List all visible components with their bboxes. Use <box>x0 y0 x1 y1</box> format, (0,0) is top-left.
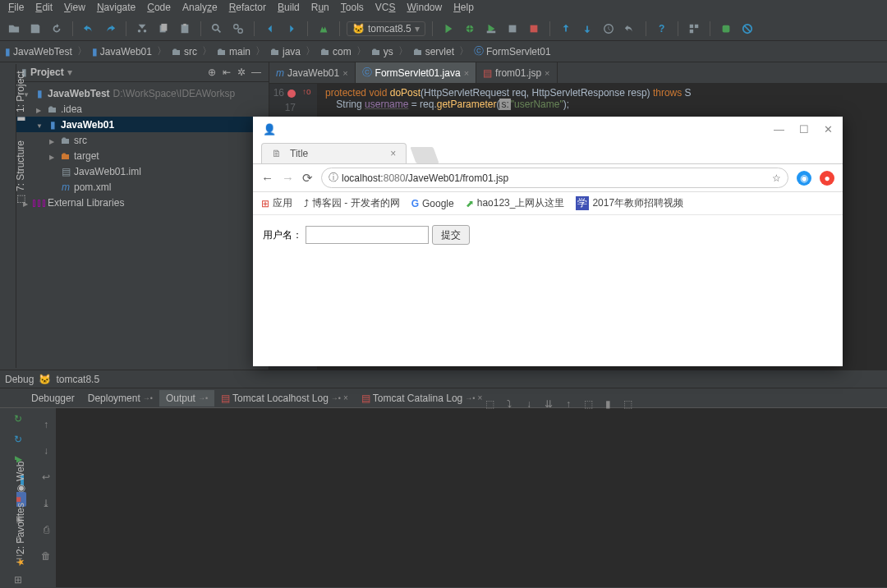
hide-icon[interactable]: ― <box>249 65 264 80</box>
debug-tab-localhost-log[interactable]: ▤Tomcat Localhost Log→•× <box>214 390 355 407</box>
crumb-ys[interactable]: 🖿ys <box>371 46 393 57</box>
drop-frame-icon[interactable]: ⬚ <box>580 396 596 412</box>
sidetab-favorites[interactable]: ★2: Favorites <box>15 503 26 567</box>
rerun-icon[interactable]: ↻ <box>10 411 26 426</box>
tree-iml[interactable]: ▤JavaWeb01.iml <box>16 163 269 179</box>
tree-external-libs[interactable]: ⫿⫿⫿External Libraries <box>16 195 269 210</box>
new-tab-button[interactable] <box>411 147 439 163</box>
close-icon[interactable]: ✕ <box>824 123 833 136</box>
back-icon[interactable] <box>261 20 279 38</box>
crumb-servlet[interactable]: 🖿servlet <box>413 46 454 57</box>
bookmark-google[interactable]: GGoogle <box>411 198 454 209</box>
soft-wrap-icon[interactable]: ↩ <box>38 469 54 485</box>
crumb-root[interactable]: ▮JavaWebTest <box>5 46 72 57</box>
menu-vcs[interactable]: VCS <box>375 2 396 15</box>
menu-view[interactable]: View <box>64 2 85 15</box>
find-icon[interactable] <box>208 20 226 38</box>
force-step-into-icon[interactable]: ⇊ <box>540 396 557 412</box>
menu-build[interactable]: Build <box>278 2 300 15</box>
avd-icon[interactable] <box>717 20 735 38</box>
build-icon[interactable] <box>315 20 333 38</box>
up-icon[interactable]: ↑ <box>38 416 54 433</box>
open-icon[interactable] <box>5 20 23 38</box>
bookmark-blog[interactable]: ⤴博客园 - 开发者的网 <box>304 196 400 210</box>
profile-icon[interactable] <box>503 20 522 38</box>
show-execution-icon[interactable]: ⬚ <box>481 396 498 412</box>
menu-edit[interactable]: Edit <box>35 2 53 15</box>
evaluate-icon[interactable]: ⬚ <box>619 396 636 412</box>
undo-icon[interactable] <box>80 20 98 38</box>
menu-tools[interactable]: Tools <box>341 2 364 15</box>
project-tree[interactable]: ▮JavaWebTestD:\WorkSpace\IDEAWorksp 🖿.id… <box>16 82 269 214</box>
submit-button[interactable]: 提交 <box>432 225 470 245</box>
collapse-all-icon[interactable]: ⇤ <box>219 65 234 80</box>
crumb-com[interactable]: 🖿com <box>320 46 352 57</box>
bookmark-teacher[interactable]: 学2017年教师招聘视频 <box>576 196 683 210</box>
debug-tab-deployment[interactable]: Deployment→• <box>81 390 159 407</box>
close-tab-icon[interactable]: × <box>390 148 396 159</box>
browser-tab[interactable]: 🗎 Title × <box>261 143 407 163</box>
close-icon[interactable]: × <box>343 393 348 402</box>
crumb-main[interactable]: 🖿main <box>217 46 250 57</box>
vcs-update-icon[interactable] <box>557 20 575 38</box>
run-config-combo[interactable]: 🐱 tomcat8.5 ▾ <box>347 21 425 36</box>
crumb-src[interactable]: 🖿src <box>172 46 197 57</box>
scroll-end-icon[interactable]: ⤓ <box>38 495 54 512</box>
tree-module[interactable]: ▮JavaWeb01 <box>16 117 269 132</box>
debug-icon[interactable] <box>461 20 479 38</box>
forward-icon[interactable]: → <box>282 171 294 185</box>
tree-idea[interactable]: 🖿.idea <box>16 101 269 117</box>
refresh-icon[interactable] <box>48 20 66 38</box>
replace-icon[interactable] <box>229 20 247 38</box>
site-info-icon[interactable]: ⓘ <box>329 171 338 185</box>
menu-analyze[interactable]: Analyze <box>182 2 218 15</box>
update-icon[interactable]: ↻ <box>10 431 26 446</box>
crumb-class[interactable]: ⓒFormServlet01 <box>474 44 551 58</box>
forward-icon[interactable] <box>283 20 301 38</box>
apps-button[interactable]: ⊞应用 <box>261 196 292 210</box>
sidetab-project[interactable]: ▮1: Project <box>15 71 26 122</box>
down-icon[interactable]: ↓ <box>38 443 54 459</box>
crumb-java[interactable]: 🖿java <box>270 46 301 57</box>
cut-icon[interactable] <box>133 20 151 38</box>
bookmark-star-icon[interactable]: ☆ <box>772 172 781 184</box>
sidetab-web[interactable]: ◉Web <box>15 462 26 493</box>
menu-help[interactable]: Help <box>453 2 474 15</box>
bookmark-hao123[interactable]: ⬈hao123_上网从这里 <box>466 196 565 210</box>
close-icon[interactable]: × <box>464 68 469 78</box>
run-icon[interactable] <box>439 20 457 38</box>
minimize-icon[interactable]: ― <box>774 123 784 136</box>
menu-file[interactable]: File <box>8 2 24 15</box>
address-bar[interactable]: ⓘ localhost:8080/JaveWeb01/from01.jsp ☆ <box>321 168 788 188</box>
vcs-commit-icon[interactable] <box>578 20 596 38</box>
extension-icon[interactable]: ◉ <box>797 171 811 186</box>
save-icon[interactable] <box>26 20 44 38</box>
menu-refactor[interactable]: Refactor <box>229 2 266 15</box>
sidetab-structure[interactable]: ⬚7: Structure <box>15 140 26 204</box>
debug-tab-debugger[interactable]: Debugger <box>25 390 81 407</box>
help-icon[interactable]: ? <box>653 20 671 38</box>
debug-tab-catalina-log[interactable]: ▤Tomcat Catalina Log→•× <box>355 390 489 407</box>
override-icon[interactable]: ↑o <box>302 87 317 96</box>
no-entry-icon[interactable] <box>738 20 756 38</box>
step-into-icon[interactable]: ↓ <box>521 396 537 412</box>
editor-tab-module[interactable]: mJavaWeb01× <box>269 62 356 83</box>
editor-tab-servlet[interactable]: ⓒFormServlet01.java× <box>356 62 476 83</box>
vcs-history-icon[interactable] <box>600 20 618 38</box>
editor-tab-jsp[interactable]: ▤from01.jsp× <box>476 62 557 83</box>
tree-pom[interactable]: mpom.xml <box>16 179 269 195</box>
settings-icon[interactable]: ✲ <box>234 65 249 80</box>
step-over-icon[interactable]: ⤵ <box>501 396 517 412</box>
vcs-revert-icon[interactable] <box>621 20 639 38</box>
username-input[interactable] <box>306 226 429 244</box>
breakpoint-icon[interactable] <box>287 90 296 98</box>
scroll-from-source-icon[interactable]: ⊕ <box>205 65 219 80</box>
debug-tab-output[interactable]: Output→• <box>159 390 214 407</box>
tree-src[interactable]: 🖿src <box>16 132 269 148</box>
maximize-icon[interactable]: ☐ <box>799 123 809 136</box>
menu-run[interactable]: Run <box>311 2 329 15</box>
console-output[interactable] <box>56 408 887 587</box>
close-icon[interactable]: × <box>342 68 347 78</box>
close-icon[interactable]: × <box>545 68 549 78</box>
run-to-cursor-icon[interactable]: ▮ <box>600 396 616 412</box>
